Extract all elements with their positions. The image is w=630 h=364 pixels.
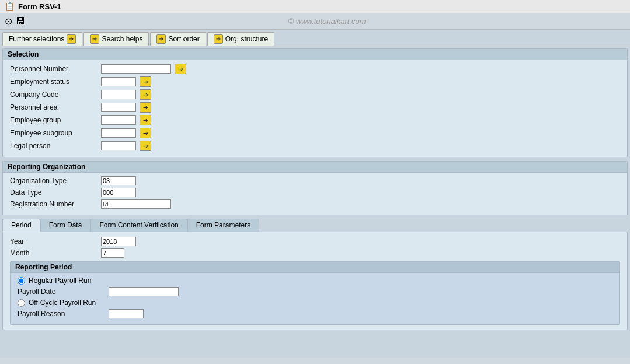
data-type-input[interactable] [101,188,136,197]
further-selections-label: Further selections [9,35,64,43]
reporting-period-header: Reporting Period [11,262,619,273]
data-type-row: Data Type [10,188,620,197]
employee-group-row: Employee group ➔ [10,115,620,125]
tab-form-content-verification-label: Form Content Verification [99,221,178,229]
employee-group-label: Employee group [10,116,98,124]
year-row: Year [10,237,620,246]
month-row: Month [10,249,620,258]
legal-person-row: Legal person ➔ [10,141,620,151]
company-code-input[interactable] [101,90,136,99]
nav-tabs-bar: Further selections ➔ ➔ Search helps ➔ So… [0,30,630,46]
employee-subgroup-input[interactable] [101,128,136,138]
toolbar: ⊙ 🖫 © www.tutorialkart.com [0,13,630,30]
reporting-org-header: Reporting Organization [3,162,627,173]
registration-number-input[interactable] [101,200,171,209]
employment-status-arrow[interactable]: ➔ [140,76,151,87]
month-input[interactable] [101,249,124,258]
payroll-reason-label: Payroll Reason [18,310,105,318]
page-title: Form RSV-1 [18,2,61,11]
employment-status-label: Employment status [10,78,98,86]
off-cycle-radio[interactable] [18,299,25,307]
tab-form-content-verification[interactable]: Form Content Verification [91,219,187,232]
watermark: © www.tutorialkart.com [29,17,625,26]
reporting-period-box: Reporting Period Regular Payroll Run Pay… [10,261,620,325]
tab-form-data[interactable]: Form Data [40,219,91,232]
search-helps-label: Search helps [102,35,142,43]
employee-subgroup-label: Employee subgroup [10,129,98,137]
reporting-org-section: Reporting Organization Organization Type… [2,161,628,215]
org-structure-arrow-left: ➔ [214,34,223,44]
tab-search-helps[interactable]: ➔ Search helps [83,32,149,46]
personnel-area-input[interactable] [101,103,136,112]
tab-form-parameters-label: Form Parameters [196,221,250,229]
off-cycle-label: Off-Cycle Payroll Run [29,299,96,307]
legal-person-label: Legal person [10,142,98,150]
payroll-reason-input[interactable] [109,309,144,318]
reporting-period-body: Regular Payroll Run Payroll Date Off-Cyc… [11,273,619,324]
payroll-date-input[interactable] [109,287,179,296]
personnel-area-label: Personnel area [10,103,98,111]
reporting-org-body: Organization Type Data Type Registration… [3,173,627,215]
payroll-reason-row: Payroll Reason [18,309,612,318]
title-bar: 📋 Form RSV-1 [0,0,630,13]
employee-subgroup-arrow[interactable]: ➔ [140,128,151,138]
tab-sort-order[interactable]: ➔ Sort order [150,32,206,46]
further-selections-arrow: ➔ [67,34,76,44]
regular-payroll-row: Regular Payroll Run [18,276,612,285]
personnel-number-label: Personnel Number [10,65,98,73]
personnel-area-arrow[interactable]: ➔ [140,102,151,113]
off-cycle-row: Off-Cycle Payroll Run [18,299,612,307]
data-type-label: Data Type [10,188,98,197]
form-icon: 📋 [5,2,15,11]
tab-further-selections[interactable]: Further selections ➔ [2,32,82,46]
legal-person-input[interactable] [101,141,136,150]
search-helps-arrow-left: ➔ [90,34,99,44]
back-icon[interactable]: ⊙ [5,16,12,27]
org-type-row: Organization Type [10,176,620,186]
selection-body: Personnel Number ➔ Employment status ➔ C… [3,60,627,157]
company-code-label: Company Code [10,90,98,99]
org-type-input[interactable] [101,176,136,186]
regular-payroll-radio[interactable] [18,277,25,285]
month-label: Month [10,249,98,257]
tab-period-label: Period [11,221,32,229]
personnel-area-row: Personnel area ➔ [10,102,620,113]
org-type-label: Organization Type [10,177,98,185]
sort-order-arrow-left: ➔ [156,34,166,44]
company-code-arrow[interactable]: ➔ [140,89,151,100]
employment-status-input[interactable] [101,77,136,86]
personnel-number-row: Personnel Number ➔ [10,64,620,74]
company-code-row: Company Code ➔ [10,89,620,100]
tab-content-period: Year Month Reporting Period Regular Payr… [2,232,628,330]
registration-number-label: Registration Number [10,200,98,208]
employee-subgroup-row: Employee subgroup ➔ [10,128,620,138]
tab-period[interactable]: Period [2,219,40,232]
registration-number-row: Registration Number [10,200,620,209]
personnel-number-arrow[interactable]: ➔ [175,64,186,74]
employment-status-row: Employment status ➔ [10,76,620,87]
employee-group-arrow[interactable]: ➔ [140,115,151,125]
payroll-date-row: Payroll Date [18,287,612,296]
tab-form-parameters[interactable]: Form Parameters [187,219,259,232]
save-icon[interactable]: 🖫 [16,16,25,27]
personnel-number-input[interactable] [101,64,171,74]
tab-form-data-label: Form Data [49,221,82,229]
main-content: Selection Personnel Number ➔ Employment … [0,46,630,358]
year-label: Year [10,237,98,246]
regular-payroll-label: Regular Payroll Run [29,276,91,285]
tab-org-structure[interactable]: ➔ Org. structure [207,32,274,46]
year-input[interactable] [101,237,136,246]
selection-header: Selection [3,49,627,60]
employee-group-input[interactable] [101,116,136,125]
selection-section: Selection Personnel Number ➔ Employment … [2,48,628,158]
period-tabs-bar: Period Form Data Form Content Verificati… [2,219,628,232]
legal-person-arrow[interactable]: ➔ [140,141,151,151]
org-structure-label: Org. structure [225,35,268,43]
sort-order-label: Sort order [168,35,199,43]
payroll-date-label: Payroll Date [18,288,105,296]
